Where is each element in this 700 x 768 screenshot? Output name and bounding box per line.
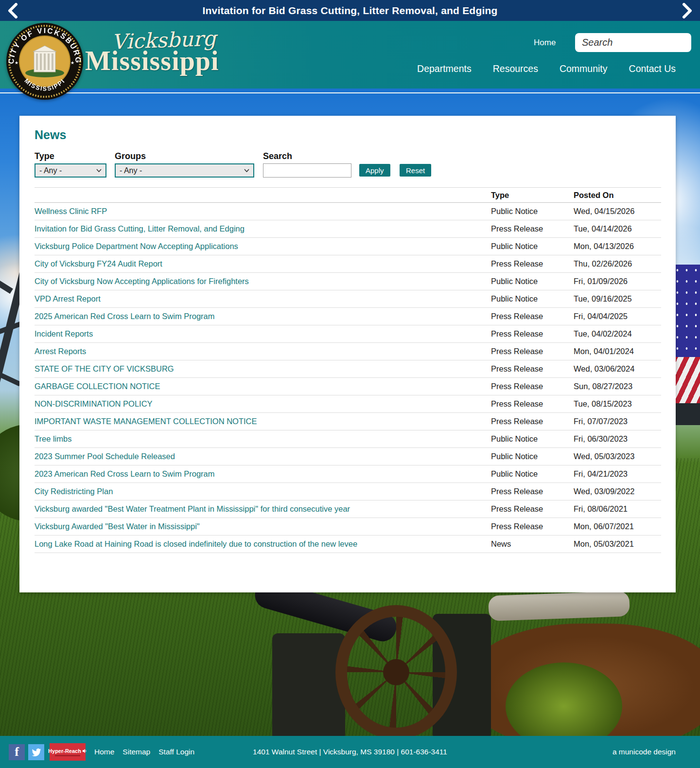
footer-home-link[interactable]: Home xyxy=(94,748,114,756)
news-item-type: Public Notice xyxy=(491,277,574,286)
news-item-type: Public Notice xyxy=(491,452,574,461)
main-nav: Departments Resources Community Contact … xyxy=(417,63,676,74)
site-wordmark[interactable]: Vicksburg Mississippi xyxy=(85,28,219,76)
reset-button[interactable]: Reset xyxy=(400,164,431,177)
table-row: 2023 American Red Cross Learn to Swim Pr… xyxy=(35,465,661,483)
news-item-type: Press Release xyxy=(491,224,574,233)
news-item-link[interactable]: IMPORTANT WASTE MANAGEMENT COLLECTION NO… xyxy=(35,417,491,426)
table-row: Vicksburg Awarded "Best Water in Mississ… xyxy=(35,518,661,536)
news-item-date: Fri, 07/07/2023 xyxy=(574,417,661,426)
type-filter-select[interactable]: - Any - xyxy=(35,163,106,178)
news-item-date: Mon, 04/13/2026 xyxy=(574,242,661,251)
header-search-input[interactable] xyxy=(582,37,700,48)
news-item-link[interactable]: Arrest Reports xyxy=(35,347,491,356)
news-item-link[interactable]: 2023 American Red Cross Learn to Swim Pr… xyxy=(35,469,491,479)
groups-filter-label: Groups xyxy=(115,151,146,161)
news-item-date: Tue, 09/16/2025 xyxy=(574,294,661,304)
news-item-date: Fri, 04/21/2023 xyxy=(574,469,661,479)
news-item-date: Wed, 03/06/2024 xyxy=(574,364,661,374)
news-item-type: News xyxy=(491,539,574,549)
table-row: IMPORTANT WASTE MANAGEMENT COLLECTION NO… xyxy=(35,413,661,430)
news-item-link[interactable]: City of Vicksburg FY24 Audit Report xyxy=(35,259,491,268)
news-item-link[interactable]: 2025 American Red Cross Learn to Swim Pr… xyxy=(35,312,491,321)
hyperreach-logo[interactable]: Hyper-Reach xyxy=(50,743,86,761)
news-item-link[interactable]: GARBAGE COLLECTION NOTICE xyxy=(35,382,491,391)
news-item-link[interactable]: 2023 Summer Pool Schedule Released xyxy=(35,452,491,461)
chevron-right-icon[interactable] xyxy=(678,1,697,20)
news-item-type: Public Notice xyxy=(491,434,574,444)
news-item-date: Tue, 04/14/2026 xyxy=(574,224,661,233)
news-search-input[interactable] xyxy=(263,163,351,178)
groups-filter-select[interactable]: - Any - xyxy=(115,163,254,178)
table-row: GARBAGE COLLECTION NOTICE Press Release … xyxy=(35,378,661,395)
hyperreach-label: Hyper-Reach xyxy=(48,748,81,754)
wordmark-script: Vicksburg xyxy=(111,26,219,54)
bg-us-flag xyxy=(673,265,700,425)
twitter-icon[interactable] xyxy=(28,744,44,760)
nav-community[interactable]: Community xyxy=(560,63,608,74)
footer-credit[interactable]: a municode design xyxy=(612,748,676,756)
news-item-date: Fri, 08/06/2021 xyxy=(574,504,661,514)
table-row: City of Vicksburg Now Accepting Applicat… xyxy=(35,273,661,290)
type-filter-value: - Any - xyxy=(39,166,62,175)
table-row: NON-DISCRIMINATION POLICY Press Release … xyxy=(35,395,661,413)
news-item-type: Press Release xyxy=(491,504,574,514)
header-home-link[interactable]: Home xyxy=(534,38,556,48)
facebook-icon[interactable]: f xyxy=(9,744,25,760)
table-row: 2025 American Red Cross Learn to Swim Pr… xyxy=(35,308,661,325)
table-row: City of Vicksburg FY24 Audit Report Pres… xyxy=(35,255,661,273)
table-row: Wellness Clinic RFP Public Notice Wed, 0… xyxy=(35,203,661,220)
news-item-link[interactable]: Vicksburg Police Department Now Acceptin… xyxy=(35,242,491,251)
announcement-banner: Invitation for Bid Grass Cutting, Litter… xyxy=(0,0,700,21)
news-item-date: Mon, 05/03/2021 xyxy=(574,539,661,549)
posted-on-column-header: Posted On xyxy=(574,191,661,200)
site-footer: f Hyper-Reach Home Sitemap Staff Login 1… xyxy=(0,736,700,768)
news-item-date: Fri, 04/04/2025 xyxy=(574,312,661,321)
news-table: Type Posted On Wellness Clinic RFP Publi… xyxy=(35,187,661,553)
apply-button[interactable]: Apply xyxy=(359,164,390,177)
page: Invitation for Bid Grass Cutting, Litter… xyxy=(0,0,700,768)
search-filter-label: Search xyxy=(263,151,292,161)
news-item-date: Fri, 01/09/2026 xyxy=(574,277,661,286)
footer-staff-login-link[interactable]: Staff Login xyxy=(158,748,194,756)
news-item-type: Press Release xyxy=(491,364,574,374)
header-search xyxy=(575,33,691,52)
news-item-date: Wed, 05/03/2023 xyxy=(574,452,661,461)
news-item-date: Sun, 08/27/2023 xyxy=(574,382,661,391)
footer-sitemap-link[interactable]: Sitemap xyxy=(122,748,150,756)
footer-address: 1401 Walnut Street | Vicksburg, MS 39180… xyxy=(253,748,447,756)
city-seal-logo[interactable]: CITY OF VICKSBURG MISSISSIPPI ★ ★ xyxy=(6,22,84,100)
nav-contact-us[interactable]: Contact Us xyxy=(629,63,676,74)
news-item-link[interactable]: City of Vicksburg Now Accepting Applicat… xyxy=(35,277,491,286)
page-title: News xyxy=(35,128,66,142)
news-item-link[interactable]: VPD Arrest Report xyxy=(35,294,491,304)
news-item-link[interactable]: Wellness Clinic RFP xyxy=(35,207,491,216)
news-item-link[interactable]: STATE OF THE CITY OF VICKSBURG xyxy=(35,364,491,374)
table-row: VPD Arrest Report Public Notice Tue, 09/… xyxy=(35,290,661,308)
news-item-link[interactable]: Incident Reports xyxy=(35,329,491,339)
news-item-link[interactable]: Long Lake Road at Haining Road is closed… xyxy=(35,539,491,549)
news-item-link[interactable]: Vicksburg awarded "Best Water Treatment … xyxy=(35,504,491,514)
type-column-header: Type xyxy=(491,191,574,200)
table-row: Invitation for Bid Grass Cutting, Litter… xyxy=(35,220,661,238)
news-item-type: Public Notice xyxy=(491,242,574,251)
table-row: STATE OF THE CITY OF VICKSBURG Press Rel… xyxy=(35,360,661,378)
news-item-type: Press Release xyxy=(491,347,574,356)
nav-resources[interactable]: Resources xyxy=(493,63,538,74)
news-item-date: Fri, 06/30/2023 xyxy=(574,434,661,444)
news-item-link[interactable]: Invitation for Bid Grass Cutting, Litter… xyxy=(35,224,491,233)
news-item-link[interactable]: City Redistricting Plan xyxy=(35,487,491,496)
hyperreach-tagline xyxy=(55,755,80,756)
table-header-row: Type Posted On xyxy=(35,188,661,203)
news-item-type: Press Release xyxy=(491,329,574,339)
news-item-type: Press Release xyxy=(491,382,574,391)
news-item-link[interactable]: NON-DISCRIMINATION POLICY xyxy=(35,399,491,409)
bg-cannon-carriage xyxy=(272,633,345,739)
nav-departments[interactable]: Departments xyxy=(417,63,472,74)
news-item-type: Press Release xyxy=(491,417,574,426)
svg-text:★: ★ xyxy=(70,60,74,65)
news-item-link[interactable]: Vicksburg Awarded "Best Water in Mississ… xyxy=(35,522,491,531)
news-item-link[interactable]: Tree limbs xyxy=(35,434,491,444)
banner-title[interactable]: Invitation for Bid Grass Cutting, Litter… xyxy=(202,5,497,17)
chevron-left-icon[interactable] xyxy=(3,1,22,20)
